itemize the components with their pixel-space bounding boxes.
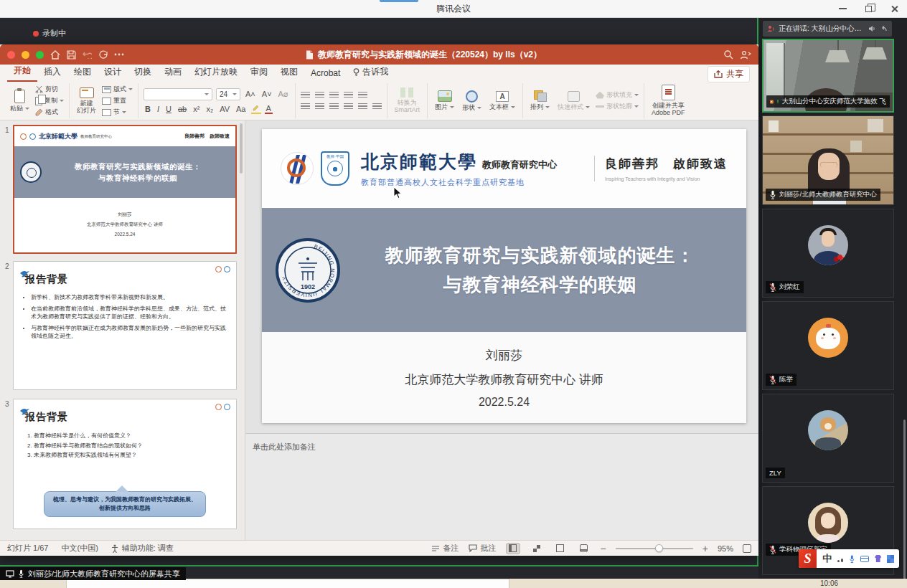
zoom-slider[interactable] bbox=[616, 548, 693, 549]
volume-icon[interactable] bbox=[868, 25, 876, 32]
strikethrough-button[interactable]: ab bbox=[177, 105, 188, 113]
language-indicator[interactable]: 中文(中国) bbox=[61, 543, 98, 554]
indent-decrease-icon[interactable] bbox=[329, 92, 339, 99]
text-direction-icon[interactable] bbox=[372, 103, 382, 110]
font-size-select[interactable]: 24 bbox=[216, 88, 240, 100]
change-case-button[interactable]: Aa bbox=[235, 105, 247, 113]
zoom-level[interactable]: 95% bbox=[718, 544, 733, 553]
normal-view-button[interactable] bbox=[506, 543, 520, 554]
fit-slide-button[interactable] bbox=[743, 544, 751, 553]
thumbnail-slide-2[interactable]: 报告背景 新学科、新技术为教师教育学科带来新视野和新发展。 在当前教师教育前沿领… bbox=[13, 261, 237, 390]
cut-button[interactable]: 剪切 bbox=[35, 85, 64, 94]
format-painter-button[interactable]: 格式 bbox=[35, 108, 64, 117]
clear-format-button[interactable]: A⌀ bbox=[277, 90, 290, 99]
paste-button[interactable]: 粘贴 bbox=[8, 90, 32, 113]
video-tile-participant-5[interactable]: ZLY bbox=[762, 394, 894, 483]
ime-punctuation-icon[interactable] bbox=[837, 555, 843, 562]
justify-icon[interactable] bbox=[344, 103, 353, 110]
tab-design[interactable]: 设计 bbox=[98, 64, 128, 82]
shapes-button[interactable]: 形状 bbox=[460, 90, 484, 112]
ime-mode-toggle[interactable]: 中 bbox=[822, 552, 832, 565]
tab-home[interactable]: 开始 bbox=[7, 62, 37, 82]
picture-button[interactable]: 图片 bbox=[433, 90, 456, 111]
tell-me-button[interactable]: 告诉我 bbox=[347, 64, 395, 82]
speaking-banner[interactable]: 正在讲话: 大别山分中心安... bbox=[763, 21, 892, 37]
video-tile-participant-4[interactable]: 陈举 bbox=[762, 301, 894, 390]
convert-smartart-button[interactable]: 转换为SmartArt bbox=[393, 87, 423, 114]
more-icon[interactable] bbox=[114, 53, 124, 56]
tab-transitions[interactable]: 切换 bbox=[128, 64, 158, 82]
reset-button[interactable]: 重置 bbox=[102, 96, 133, 105]
undo-icon[interactable] bbox=[83, 50, 92, 59]
save-icon[interactable] bbox=[67, 50, 76, 60]
shrink-font-button[interactable]: A˅ bbox=[260, 90, 273, 98]
skin-icon[interactable] bbox=[875, 555, 882, 562]
soft-keyboard-icon[interactable] bbox=[860, 556, 869, 562]
notes-toggle[interactable]: 备注 bbox=[431, 543, 459, 554]
grow-font-button[interactable]: A˄ bbox=[244, 90, 257, 98]
slide-sorter-view-button[interactable] bbox=[530, 543, 544, 554]
notes-pane[interactable]: 单击此处添加备注 bbox=[245, 433, 758, 540]
toolbox-icon[interactable] bbox=[887, 555, 894, 563]
shape-outline-button[interactable]: 形状轮廓 bbox=[596, 102, 639, 111]
copy-button[interactable]: 复制 bbox=[35, 96, 64, 105]
thumbnail-slide-1[interactable]: 北京師範大學 教师教育研究中心 良師善邦 啟師致遠 教师教育研究与实践新领域的诞… bbox=[13, 125, 237, 254]
video-tile-participant-1[interactable]: 大别山分中心安庆师范大学施效 飞 bbox=[762, 39, 894, 113]
arrange-button[interactable]: 排列 bbox=[528, 90, 552, 111]
sidebar-scrollbar[interactable] bbox=[903, 419, 906, 588]
section-button[interactable]: 节 bbox=[102, 108, 133, 117]
italic-button[interactable]: I bbox=[156, 105, 161, 113]
redo-icon[interactable] bbox=[98, 50, 108, 60]
create-pdf-button[interactable]: 创建并共享Adobe PDF bbox=[649, 85, 687, 117]
tab-review[interactable]: 审阅 bbox=[244, 64, 274, 82]
thumbnail-scrollbar[interactable] bbox=[240, 123, 243, 174]
numbering-icon[interactable] bbox=[315, 92, 324, 99]
highlight-button[interactable] bbox=[251, 104, 261, 114]
font-color-button[interactable]: A bbox=[265, 104, 273, 114]
align-center-icon[interactable] bbox=[315, 103, 324, 110]
tab-acrobat[interactable]: Acrobat bbox=[304, 66, 347, 82]
ime-toolbar[interactable]: S 中 bbox=[799, 549, 899, 568]
tab-animations[interactable]: 动画 bbox=[158, 64, 188, 82]
tab-slideshow[interactable]: 幻灯片放映 bbox=[188, 64, 244, 82]
mac-minimize-icon[interactable] bbox=[22, 51, 29, 59]
char-spacing-button[interactable]: AV bbox=[218, 105, 231, 113]
slideshow-button[interactable] bbox=[577, 543, 591, 554]
columns-icon[interactable] bbox=[358, 103, 367, 110]
indent-increase-icon[interactable] bbox=[344, 92, 353, 99]
home-icon[interactable] bbox=[50, 50, 60, 60]
new-slide-button[interactable]: 新建幻灯片 bbox=[75, 87, 98, 115]
layout-button[interactable]: 版式 bbox=[102, 85, 133, 94]
bullets-icon[interactable] bbox=[301, 92, 310, 99]
tab-insert[interactable]: 插入 bbox=[37, 64, 67, 82]
mac-close-icon[interactable] bbox=[7, 51, 15, 59]
share-button[interactable]: 共享 bbox=[708, 66, 750, 82]
video-tile-participant-3[interactable]: 刘荣红 bbox=[762, 209, 894, 298]
share-user-icon[interactable] bbox=[740, 50, 751, 60]
voice-input-icon[interactable] bbox=[849, 554, 855, 564]
font-name-select[interactable] bbox=[144, 88, 212, 100]
tab-draw[interactable]: 绘图 bbox=[67, 64, 98, 82]
restore-icon[interactable] bbox=[865, 6, 872, 12]
ppt-titlebar[interactable]: 教师教育研究与实践新领域的诞生（220524）by lls（v2） bbox=[0, 44, 758, 65]
slide-canvas[interactable]: 教师·中国 北京師範大學 教师教育研究中心 教育部普通高校人文社会科学重点研究基… bbox=[262, 129, 746, 423]
sogou-logo-icon[interactable]: S bbox=[799, 549, 817, 568]
zoom-out-button[interactable]: − bbox=[601, 544, 606, 554]
reading-view-button[interactable] bbox=[553, 543, 568, 554]
collapse-arrow-icon[interactable] bbox=[880, 25, 888, 32]
comments-toggle[interactable]: 批注 bbox=[469, 543, 497, 554]
tab-view[interactable]: 视图 bbox=[274, 64, 304, 82]
subscript-button[interactable]: x₂ bbox=[205, 105, 215, 113]
minimize-icon[interactable] bbox=[839, 8, 847, 9]
shape-fill-button[interactable]: 形状填充 bbox=[596, 90, 639, 100]
accessibility-status[interactable]: 辅助功能: 调查 bbox=[111, 543, 174, 554]
close-icon[interactable] bbox=[890, 5, 898, 13]
bold-button[interactable]: B bbox=[144, 105, 152, 113]
line-spacing-icon[interactable] bbox=[358, 92, 367, 99]
quick-styles-button[interactable]: 快速样式 bbox=[555, 91, 592, 111]
textbox-button[interactable]: A 文本框 bbox=[487, 91, 517, 111]
zoom-slider-knob[interactable] bbox=[655, 544, 663, 552]
video-tile-participant-2[interactable]: 刘丽莎/北师大教师教育研究中心 bbox=[762, 115, 894, 205]
thumbnail-slide-3[interactable]: 报告背景 教育神经科学是什么，有何价值意义？ 教育神经科学与教师教育结合的现状如… bbox=[13, 399, 237, 529]
align-left-icon[interactable] bbox=[301, 103, 310, 110]
